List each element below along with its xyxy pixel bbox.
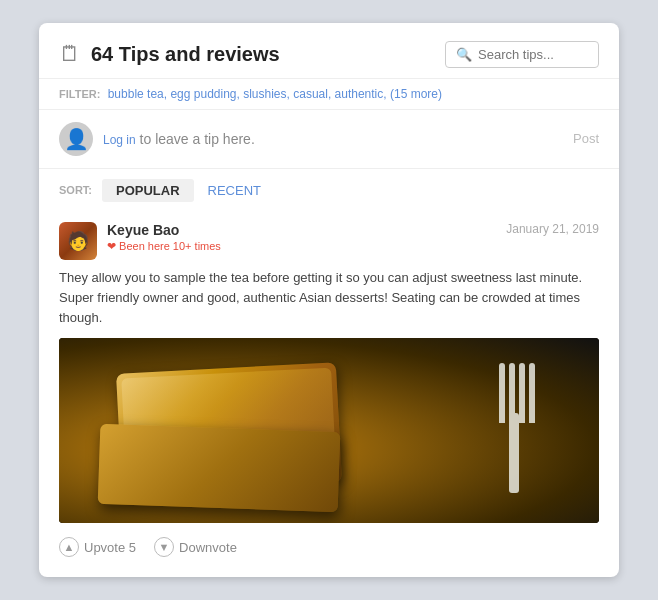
filter-tag-more[interactable]: (15 more)	[390, 87, 442, 101]
login-bar: 👤 Log in to leave a tip here. Post	[39, 110, 619, 169]
reviewer-header: 🧑 Keyue Bao ❤ Been here 10+ times Januar…	[59, 222, 599, 260]
login-left: 👤 Log in to leave a tip here.	[59, 122, 255, 156]
reviewer-badge: ❤ Been here 10+ times	[107, 240, 221, 253]
pastry-background	[59, 338, 599, 523]
reviewer-info: 🧑 Keyue Bao ❤ Been here 10+ times	[59, 222, 221, 260]
avatar-icon: 👤	[64, 127, 89, 151]
sort-bar: SORT: POPULAR RECENT	[39, 169, 619, 208]
tips-reviews-card: 🗒 64 Tips and reviews 🔍 FILTER: bubble t…	[39, 23, 619, 577]
search-box[interactable]: 🔍	[445, 41, 599, 68]
anonymous-avatar: 👤	[59, 122, 93, 156]
sort-label: SORT:	[59, 184, 92, 196]
login-link[interactable]: Log in	[103, 133, 136, 147]
filter-label: FILTER:	[59, 88, 100, 100]
reviewer-name: Keyue Bao	[107, 222, 221, 238]
tab-popular[interactable]: POPULAR	[102, 179, 194, 202]
filter-tag-2[interactable]: slushies,	[243, 87, 290, 101]
upvote-label: Upvote 5	[84, 540, 136, 555]
filter-bar: FILTER: bubble tea, egg pudding, slushie…	[39, 79, 619, 110]
reviewer-details: Keyue Bao ❤ Been here 10+ times	[107, 222, 221, 253]
filter-tag-4[interactable]: authentic,	[335, 87, 387, 101]
filter-tag-1[interactable]: egg pudding,	[170, 87, 239, 101]
upvote-icon: ▲	[59, 537, 79, 557]
upvote-button[interactable]: ▲ Upvote 5	[59, 537, 136, 557]
tips-icon: 🗒	[59, 41, 81, 67]
filter-tag-0[interactable]: bubble tea,	[108, 87, 167, 101]
reviewer-avatar: 🧑	[59, 222, 97, 260]
page-title: 64 Tips and reviews	[91, 43, 280, 66]
login-prompt: Log in to leave a tip here.	[103, 131, 255, 147]
vote-bar: ▲ Upvote 5 ▼ Downvote	[59, 535, 599, 561]
review-text: They allow you to sample the tea before …	[59, 268, 599, 328]
tab-recent[interactable]: RECENT	[194, 179, 275, 202]
header-left: 🗒 64 Tips and reviews	[59, 41, 280, 67]
post-button[interactable]: Post	[573, 131, 599, 146]
downvote-label: Downvote	[179, 540, 237, 555]
fork-shape	[489, 363, 539, 493]
filter-tag-3[interactable]: casual,	[293, 87, 331, 101]
downvote-button[interactable]: ▼ Downvote	[154, 537, 237, 557]
review-date: January 21, 2019	[506, 222, 599, 236]
search-input[interactable]	[478, 47, 588, 62]
search-icon: 🔍	[456, 47, 472, 62]
downvote-icon: ▼	[154, 537, 174, 557]
review-image	[59, 338, 599, 523]
pastry-item-2	[98, 424, 341, 512]
review-section: 🧑 Keyue Bao ❤ Been here 10+ times Januar…	[39, 208, 619, 561]
card-header: 🗒 64 Tips and reviews 🔍	[39, 23, 619, 79]
